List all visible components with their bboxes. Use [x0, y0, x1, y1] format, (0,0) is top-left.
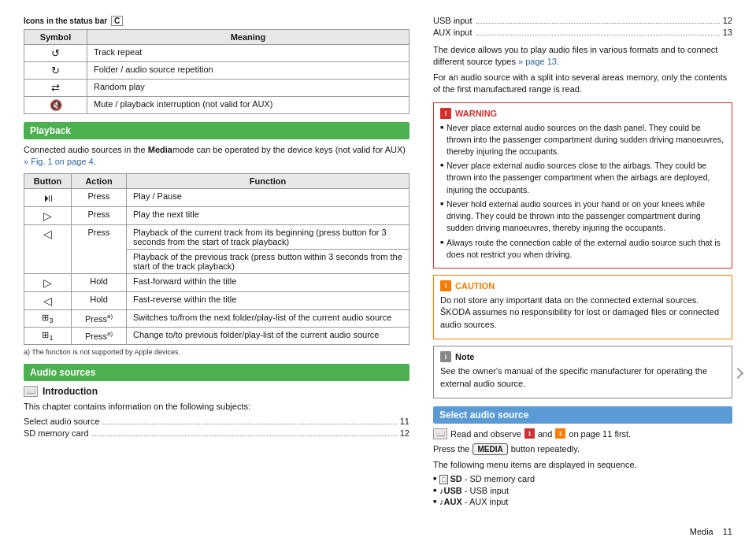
function-cell: Playback of the current track from its b… [127, 224, 410, 249]
table-row: ⏯ Press Play / Pause [24, 188, 410, 206]
press-text: Press the [433, 444, 469, 454]
symbol-cell: ⇄ [24, 80, 87, 97]
caution-box: ! CAUTION Do not store any important dat… [433, 275, 732, 339]
note-body: See the owner's manual of the specific m… [440, 365, 725, 390]
warning-title: WARNING [455, 109, 497, 118]
warning-body: Never place external audio sources on th… [440, 122, 725, 261]
introduction-header: 📖 Introduction [24, 386, 410, 397]
toc-label: USB input [433, 16, 472, 25]
table-row: ↻ Folder / audio source repetition [24, 62, 410, 80]
meaning-cell: Mute / playback interruption (not valid … [87, 97, 410, 114]
device-text: The device allows you to play audio file… [433, 44, 732, 69]
toc-page: 12 [400, 428, 410, 438]
playback-intro: Connected audio sources in the Mediamode… [24, 144, 410, 169]
audio-sources-section-header: Audio sources [24, 364, 410, 381]
warning-icon: ! [440, 108, 451, 119]
function-cell: Play the next title [127, 206, 410, 224]
table-row: ◁ Press Playback of the current track fr… [24, 224, 410, 249]
list-item: Always route the connection cable of the… [440, 237, 725, 261]
audio-source-text: For an audio source with a split into se… [433, 72, 732, 96]
and-text: and [538, 429, 552, 439]
toc-label: SD memory card [24, 428, 89, 438]
status-col-meaning: Meaning [87, 30, 410, 45]
page-layout: Icons in the status bar C Symbol Meaning… [0, 0, 756, 552]
next-arrow [731, 369, 742, 379]
playback-table: Button Action Function ⏯ Press Play / Pa… [24, 173, 410, 345]
symbol-cell: ↻ [24, 62, 87, 80]
action-cell: Hold [72, 291, 127, 309]
button-cell: ◁ [24, 224, 72, 273]
function-cell: Playback of the previous track (press bu… [127, 249, 410, 273]
function-cell: Change to/to previous folder/play-list o… [127, 327, 410, 344]
toc-row-usb: USB input 12 [433, 16, 732, 26]
toc-row-sd: SD memory card 12 [24, 428, 410, 439]
toc-dots [476, 23, 720, 24]
symbol-cell: 🔇 [24, 97, 87, 114]
toc-page: 13 [723, 28, 732, 37]
playback-col-function: Function [127, 173, 410, 188]
read-observe-text: Read and observe [450, 429, 521, 439]
note-icon: i [440, 351, 451, 362]
toc-dots [92, 435, 397, 436]
select-audio-section-header: Select audio source [433, 406, 732, 424]
playback-title: Playback [30, 125, 71, 136]
table-row: ▷ Hold Fast-forward within the title [24, 273, 410, 291]
note-title: Note [455, 352, 474, 361]
device-link: » page 13. [518, 57, 559, 66]
warning-box: ! WARNING Never place external audio sou… [433, 102, 732, 269]
action-cell: Hold [72, 273, 127, 291]
meaning-cell: Track repeat [87, 45, 410, 62]
menu-items-list: □SD - SD memory card ♪USB - USB input ♪A… [433, 474, 732, 506]
status-bar-box: C [111, 16, 123, 26]
list-item: ♪USB - USB input [433, 486, 732, 495]
symbol-cell: ↺ [24, 45, 87, 62]
table-row: ⊞1 Pressa) Change to/to previous folder/… [24, 327, 410, 344]
caution-ref-icon: 1 [555, 428, 565, 439]
caution-header: ! CAUTION [440, 280, 725, 291]
function-cell: Play / Pause [127, 188, 410, 206]
toc-row-aux: AUX input 13 [433, 28, 732, 38]
caution-icon: ! [440, 280, 451, 291]
left-column: Icons in the status bar C Symbol Meaning… [24, 16, 410, 536]
footer-section: Media [690, 527, 713, 536]
introduction-title: Introduction [43, 386, 98, 397]
button-cell: ⊞1 [24, 327, 72, 344]
table-row: ⇄ Random play [24, 80, 410, 97]
action-cell: Pressa) [72, 327, 127, 344]
status-table: Symbol Meaning ↺ Track repeat ↻ Folder /… [24, 29, 410, 114]
toc-label: AUX input [433, 28, 472, 37]
media-button[interactable]: MEDIA [472, 443, 507, 455]
button-cell: ◁ [24, 291, 72, 309]
list-item: □SD - SD memory card [433, 474, 732, 484]
playback-col-action: Action [72, 173, 127, 188]
table-row: 🔇 Mute / playback interruption (not vali… [24, 97, 410, 114]
read-observe-icon: 📖 [433, 428, 447, 439]
list-item: ♪AUX - AUX input [433, 497, 732, 506]
toc-page: 12 [723, 16, 732, 25]
status-bar-label: Icons in the status bar [24, 17, 107, 25]
caution-title: CAUTION [455, 281, 495, 291]
device-text-body: The device allows you to play audio file… [433, 45, 717, 66]
table-row: ◁ Hold Fast-reverse within the title [24, 291, 410, 309]
meaning-cell: Random play [87, 80, 410, 97]
status-bar-title: Icons in the status bar C [24, 16, 410, 26]
table-row: ↺ Track repeat [24, 45, 410, 62]
note-box: i Note See the owner's manual of the spe… [433, 346, 732, 398]
read-observe-row: 📖 Read and observe 1 and 1 on page 11 fi… [433, 428, 732, 439]
introduction-body: This chapter contains information on the… [24, 401, 410, 413]
note-header: i Note [440, 351, 725, 362]
table-row: ▷ Press Play the next title [24, 206, 410, 224]
toc-dots [476, 35, 720, 35]
toc-label: Select audio source [24, 417, 100, 426]
press-after-text: button repeatedly. [511, 444, 580, 454]
press-row: Press the MEDIA button repeatedly. [433, 443, 732, 455]
warning-ref-icon: 1 [524, 428, 535, 439]
button-cell: ⊞3 [24, 309, 72, 327]
select-audio-title: Select audio source [439, 409, 528, 420]
button-cell: ▷ [24, 206, 72, 224]
playback-section-header: Playback [24, 122, 410, 139]
toc-row-select: Select audio source 11 [24, 417, 410, 427]
status-col-symbol: Symbol [24, 30, 87, 45]
list-item: Never place external audio sources close… [440, 160, 725, 196]
meaning-cell: Folder / audio source repetition [87, 62, 410, 80]
